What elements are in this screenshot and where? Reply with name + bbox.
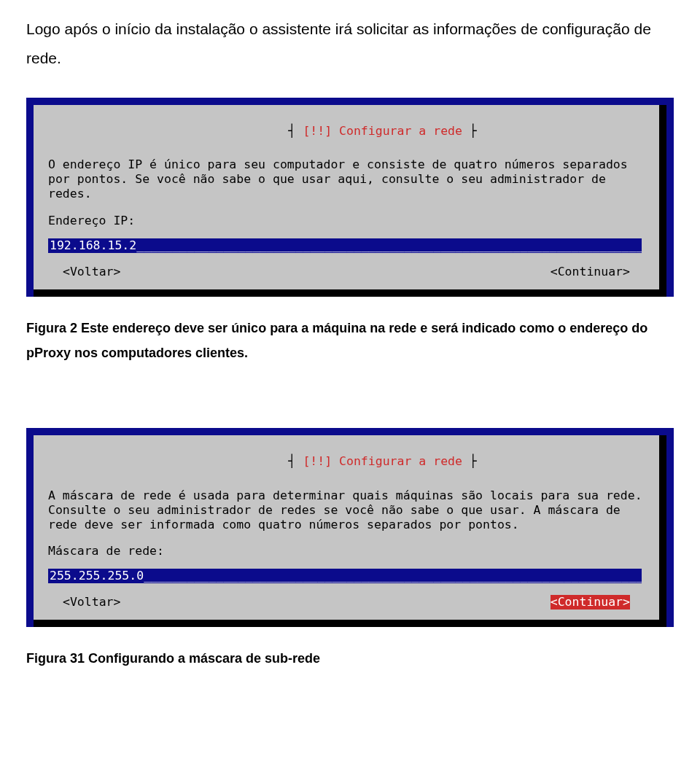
back-button[interactable]: <Voltar> bbox=[63, 595, 120, 610]
continue-button[interactable]: <Continuar> bbox=[551, 265, 630, 279]
continue-button[interactable]: <Continuar> bbox=[551, 595, 630, 610]
dialog-title-row: ┤ [!!] Configurar a rede ├ bbox=[48, 109, 645, 153]
dialog-title-row: ┤ [!!] Configurar a rede ├ bbox=[48, 440, 645, 483]
dialog-title: Configurar a rede bbox=[339, 124, 462, 138]
netmask-input[interactable]: 255.255.255.0___________________________… bbox=[48, 569, 642, 583]
dialog-title-marker: [!!] bbox=[303, 454, 332, 468]
back-button[interactable]: <Voltar> bbox=[63, 265, 120, 279]
field-label-ip: Endereço IP: bbox=[48, 214, 645, 228]
terminal-dialog-ip: ┤ [!!] Configurar a rede ├ O endereço IP… bbox=[26, 98, 674, 297]
dialog-title-marker: [!!] bbox=[303, 124, 332, 138]
ip-input[interactable]: 192.168.15.2____________________________… bbox=[48, 238, 642, 253]
field-label-netmask: Máscara de rede: bbox=[48, 544, 645, 558]
figure-2-caption: Figura 2 Este endereço deve ser único pa… bbox=[26, 316, 674, 365]
intro-paragraph: Logo após o início da instalação o assis… bbox=[26, 15, 674, 73]
dialog-description: O endereço IP é único para seu computado… bbox=[48, 157, 645, 201]
terminal-dialog-netmask: ┤ [!!] Configurar a rede ├ A máscara de … bbox=[26, 428, 674, 627]
dialog-title: Configurar a rede bbox=[339, 454, 462, 468]
dialog-description: A máscara de rede é usada para determina… bbox=[48, 488, 645, 532]
figure-31-caption: Figura 31 Configurando a máscara de sub-… bbox=[26, 646, 674, 671]
